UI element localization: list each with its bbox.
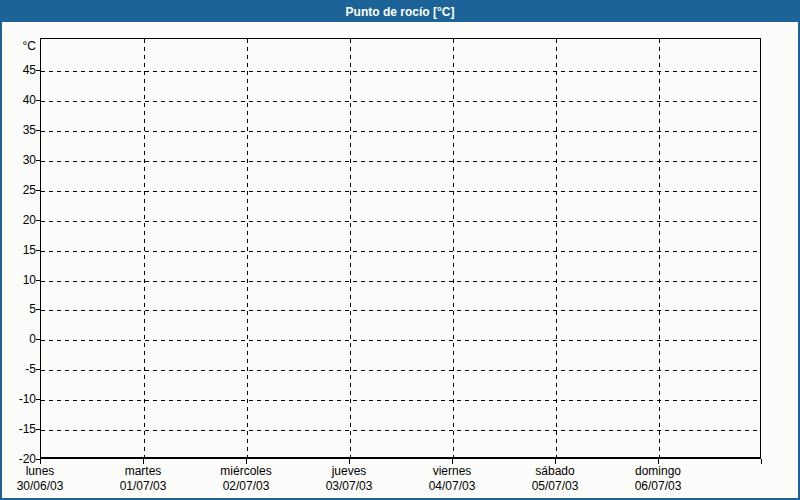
day-date: 05/07/03 bbox=[510, 479, 600, 494]
y-tick-label: 20 bbox=[2, 213, 36, 227]
plot-area bbox=[40, 38, 761, 459]
y-tick-label: 25 bbox=[2, 183, 36, 197]
y-tick-mark bbox=[36, 160, 40, 161]
y-tick-mark bbox=[36, 100, 40, 101]
y-gridline bbox=[41, 191, 760, 192]
y-gridline bbox=[41, 131, 760, 132]
y-tick-label: 30 bbox=[2, 153, 36, 167]
day-name: viernes bbox=[407, 464, 497, 479]
y-gridline bbox=[41, 281, 760, 282]
y-gridline bbox=[41, 430, 760, 431]
x-gridline bbox=[453, 39, 454, 457]
y-tick-mark bbox=[36, 369, 40, 370]
x-gridline bbox=[247, 39, 248, 457]
x-gridline bbox=[659, 39, 660, 457]
y-tick-label: -5 bbox=[2, 362, 36, 376]
y-tick-mark bbox=[36, 339, 40, 340]
chart-title: Punto de rocío [°C] bbox=[346, 2, 455, 22]
day-date: 01/07/03 bbox=[98, 479, 188, 494]
chart-window: Punto de rocío [°C] °C 45403530252015105… bbox=[0, 0, 800, 500]
y-tick-mark bbox=[36, 220, 40, 221]
y-gridline bbox=[41, 221, 760, 222]
x-axis-day-label: jueves03/07/03 bbox=[304, 464, 394, 494]
y-tick-mark bbox=[36, 190, 40, 191]
x-gridline bbox=[350, 39, 351, 457]
y-gridline bbox=[41, 310, 760, 311]
y-tick-mark bbox=[36, 309, 40, 310]
y-tick-mark bbox=[36, 130, 40, 131]
y-gridline bbox=[41, 400, 760, 401]
y-tick-label: 15 bbox=[2, 243, 36, 257]
day-date: 06/07/03 bbox=[613, 479, 703, 494]
y-tick-label: 0 bbox=[2, 332, 36, 346]
x-axis-day-label: domingo06/07/03 bbox=[613, 464, 703, 494]
y-tick-label: 40 bbox=[2, 93, 36, 107]
day-date: 02/07/03 bbox=[201, 479, 291, 494]
x-tick-mark bbox=[761, 459, 762, 464]
x-axis-day-label: lunes30/06/03 bbox=[0, 464, 85, 494]
y-tick-mark bbox=[36, 280, 40, 281]
x-gridline bbox=[144, 39, 145, 457]
x-axis-day-label: viernes04/07/03 bbox=[407, 464, 497, 494]
y-gridline bbox=[41, 370, 760, 371]
x-axis-day-label: miércoles02/07/03 bbox=[201, 464, 291, 494]
y-tick-mark bbox=[36, 250, 40, 251]
day-date: 04/07/03 bbox=[407, 479, 497, 494]
y-gridline bbox=[41, 101, 760, 102]
title-bar: Punto de rocío [°C] bbox=[2, 2, 798, 22]
grid-layer bbox=[41, 39, 760, 457]
day-name: jueves bbox=[304, 464, 394, 479]
y-tick-label: 5 bbox=[2, 302, 36, 316]
y-axis-unit-label: °C bbox=[2, 39, 36, 53]
day-date: 30/06/03 bbox=[0, 479, 85, 494]
day-name: miércoles bbox=[201, 464, 291, 479]
y-tick-label: -10 bbox=[2, 392, 36, 406]
y-tick-label: 45 bbox=[2, 63, 36, 77]
x-gridline bbox=[556, 39, 557, 457]
y-gridline bbox=[41, 251, 760, 252]
y-gridline bbox=[41, 340, 760, 341]
x-axis-day-label: martes01/07/03 bbox=[98, 464, 188, 494]
y-gridline bbox=[41, 161, 760, 162]
day-name: lunes bbox=[0, 464, 85, 479]
y-tick-label: 10 bbox=[2, 273, 36, 287]
day-name: martes bbox=[98, 464, 188, 479]
day-name: sábado bbox=[510, 464, 600, 479]
x-axis-day-label: sábado05/07/03 bbox=[510, 464, 600, 494]
y-tick-mark bbox=[36, 70, 40, 71]
y-tick-label: -15 bbox=[2, 422, 36, 436]
day-date: 03/07/03 bbox=[304, 479, 394, 494]
y-tick-mark bbox=[36, 429, 40, 430]
day-name: domingo bbox=[613, 464, 703, 479]
y-tick-label: 35 bbox=[2, 123, 36, 137]
y-tick-mark bbox=[36, 399, 40, 400]
y-gridline bbox=[41, 71, 760, 72]
